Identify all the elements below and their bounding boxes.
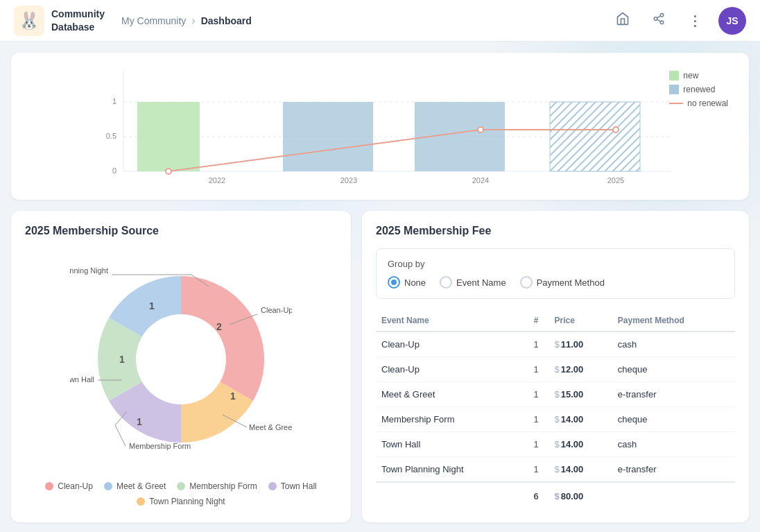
donut-chart-svg: 2 1 1 1 1 Clean-Up Town Plan [70, 248, 292, 470]
main-content: 0 0.5 1 2022 2023 2024 [0, 53, 760, 532]
breadcrumb-dashboard: Dashboard [201, 15, 252, 26]
radio-payment-method[interactable]: Payment Method [520, 276, 605, 289]
legend-townhall: Town Hall [268, 481, 317, 491]
cell-payment-method: e-transfer [612, 457, 735, 483]
svg-line-3 [657, 19, 660, 22]
cell-event: Clean-Up [376, 332, 524, 357]
col-count: # [524, 310, 549, 332]
more-icon: ⋮ [688, 12, 702, 29]
logo-container: 🐰 Community Database [14, 6, 105, 36]
breadcrumb-separator: › [191, 15, 195, 27]
svg-point-2 [660, 21, 664, 24]
legend-membershipform: Membership Form [177, 481, 257, 491]
radio-payment-method-circle [520, 276, 533, 289]
app-name: Community Database [51, 8, 105, 33]
svg-text:Town Planning Night: Town Planning Night [70, 266, 108, 275]
home-button[interactable] [610, 8, 635, 33]
bar-chart: 0 0.5 1 2022 2023 2024 [25, 64, 735, 189]
cell-event: Meet & Greet [376, 382, 524, 407]
col-price: Price [549, 310, 612, 332]
radio-event-name[interactable]: Event Name [440, 276, 506, 289]
legend-membershipform-dot [177, 482, 185, 490]
legend-renewed-color [669, 85, 679, 94]
cell-count: 1 [524, 457, 549, 483]
avatar[interactable]: JS [718, 7, 746, 35]
legend-new: new [669, 71, 728, 80]
legend-renewed: renewed [669, 85, 728, 94]
svg-text:Clean-Up: Clean-Up [261, 306, 292, 314]
breadcrumb: My Community › Dashboard [121, 15, 252, 27]
cell-event: Town Hall [376, 432, 524, 457]
svg-text:1: 1 [119, 354, 125, 365]
group-by-box: Group by None Event Name Payment [376, 248, 735, 299]
legend-no-renewal-color [669, 103, 683, 104]
legend-townhall-dot [268, 482, 277, 490]
cell-count: 1 [524, 332, 549, 357]
table-row: Town Hall 1 $14.00 cash [376, 432, 735, 457]
svg-text:2: 2 [216, 321, 222, 332]
radio-event-name-circle [440, 276, 452, 289]
chart-legend: new renewed no renewal [669, 71, 728, 108]
svg-text:1: 1 [149, 300, 155, 311]
cell-payment-method: cash [612, 432, 735, 457]
cell-price: $12.00 [549, 357, 612, 382]
legend-meetgreet-label: Meet & Greet [116, 481, 166, 491]
table-row: Town Planning Night 1 $14.00 e-transfer [376, 457, 735, 483]
radio-none[interactable]: None [388, 276, 426, 289]
cell-event: Town Planning Night [376, 457, 524, 483]
col-payment-method: Payment Method [612, 310, 735, 332]
legend-cleanup: Clean-Up [45, 481, 93, 491]
legend-townplanningnight-dot [137, 497, 145, 506]
svg-point-1 [654, 17, 657, 21]
fee-table: Event Name # Price Payment Method Clean-… [376, 310, 735, 508]
svg-text:0: 0 [112, 166, 116, 175]
svg-rect-19 [550, 102, 640, 171]
cell-price: $14.00 [549, 457, 612, 483]
cell-event: Clean-Up [376, 357, 524, 382]
legend-new-color [669, 71, 679, 80]
table-row: Clean-Up 1 $12.00 cheque [376, 357, 735, 382]
legend-cleanup-dot [45, 482, 53, 490]
svg-text:1: 1 [112, 97, 116, 105]
legend-townplanningnight: Town Planning Night [137, 497, 225, 506]
svg-text:Town Hall: Town Hall [70, 375, 94, 384]
svg-text:0.5: 0.5 [106, 132, 116, 140]
chart-section: 0 0.5 1 2022 2023 2024 [11, 53, 749, 200]
fee-panel: 2025 Membership Fee Group by None Event … [362, 211, 749, 522]
svg-text:Membership Form: Membership Form [129, 442, 191, 450]
svg-point-23 [613, 127, 619, 132]
col-event-name: Event Name [376, 310, 524, 332]
cell-payment-method: cash [612, 332, 735, 357]
more-button[interactable]: ⋮ [682, 8, 707, 33]
svg-text:1: 1 [137, 416, 142, 427]
cell-price: $14.00 [549, 432, 612, 457]
breadcrumb-community[interactable]: My Community [121, 15, 186, 26]
table-row: Clean-Up 1 $11.00 cash [376, 332, 735, 357]
share-button[interactable] [646, 8, 671, 33]
cell-payment-method: cheque [612, 407, 735, 432]
legend-new-label: new [683, 71, 698, 80]
cell-price: $14.00 [549, 407, 612, 432]
header-actions: ⋮ JS [610, 7, 746, 35]
radio-payment-method-label: Payment Method [537, 277, 605, 288]
cell-count: 1 [524, 432, 549, 457]
svg-rect-12 [137, 102, 200, 171]
svg-text:2024: 2024 [472, 176, 489, 185]
svg-text:Year: Year [392, 188, 409, 189]
header: 🐰 Community Database My Community › Dash… [0, 0, 760, 42]
donut-chart-area: 2 1 1 1 1 Clean-Up Town Plan [70, 248, 292, 470]
radio-none-circle [388, 276, 400, 289]
svg-point-21 [166, 169, 171, 174]
app-logo-icon: 🐰 [14, 6, 44, 36]
cell-price: $15.00 [549, 382, 612, 407]
legend-cleanup-label: Clean-Up [58, 481, 93, 491]
source-panel: 2025 Membership Source [11, 211, 351, 522]
radio-group: None Event Name Payment Method [388, 276, 723, 289]
radio-event-name-label: Event Name [456, 277, 506, 288]
fee-panel-title: 2025 Membership Fee [376, 225, 735, 237]
svg-point-22 [478, 127, 483, 132]
legend-renewed-label: renewed [683, 85, 715, 94]
cell-payment-method: cheque [612, 357, 735, 382]
svg-point-25 [136, 314, 226, 404]
donut-legend: Clean-Up Meet & Greet Membership Form To… [25, 481, 337, 506]
